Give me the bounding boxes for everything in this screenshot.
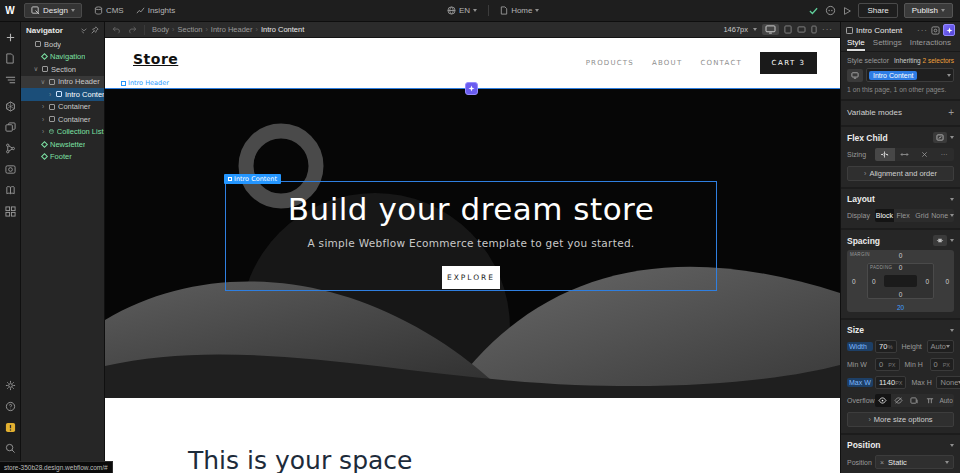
- inherit-count-link[interactable]: 2 selectors: [923, 57, 954, 64]
- sizing-grow-option[interactable]: [895, 148, 915, 161]
- ai-assistant-button[interactable]: [943, 24, 955, 36]
- nav-link-about[interactable]: ABOUT: [652, 59, 682, 67]
- audit-warning-icon[interactable]: [0, 417, 21, 438]
- tab-interactions[interactable]: Interactions: [910, 38, 951, 51]
- breadcrumb-intro-content[interactable]: Intro Content: [261, 25, 304, 34]
- breakpoint-landscape-icon[interactable]: [797, 26, 806, 33]
- redo-icon[interactable]: [127, 25, 137, 34]
- nav-link-contact[interactable]: CONTACT: [700, 59, 742, 67]
- sizing-custom-option[interactable]: ···: [934, 148, 954, 161]
- hero-section[interactable]: Intro Content Build your dream store A s…: [105, 88, 840, 398]
- share-button[interactable]: Share: [858, 3, 897, 18]
- padding-right-value[interactable]: 0: [925, 278, 929, 285]
- collapse-all-icon[interactable]: [80, 26, 88, 34]
- padding-top-value[interactable]: 0: [899, 264, 903, 271]
- max-height-input[interactable]: None: [936, 376, 960, 389]
- tree-item-body[interactable]: Body: [21, 38, 104, 51]
- tree-item-intro-header[interactable]: ∨Intro Header: [21, 76, 104, 89]
- hero-heading[interactable]: Build your dream store: [226, 191, 716, 227]
- spacing-handle[interactable]: [465, 82, 478, 95]
- settings-icon[interactable]: [0, 375, 21, 396]
- design-mode-button[interactable]: Design: [24, 3, 82, 18]
- breakpoint-desktop-icon[interactable]: [762, 24, 779, 35]
- style-selector-field[interactable]: Intro Content: [866, 68, 954, 82]
- page-selector[interactable]: Home: [500, 6, 539, 15]
- insights-button[interactable]: Insights: [136, 6, 176, 15]
- tree-item-intro-content[interactable]: ›Intro Content: [21, 88, 104, 101]
- sizing-shrink-option[interactable]: [875, 148, 895, 161]
- selector-breakpoint-button[interactable]: [847, 69, 863, 82]
- margin-bottom-value[interactable]: 20: [897, 304, 904, 311]
- max-width-input[interactable]: 1140PX: [875, 376, 906, 389]
- comments-icon[interactable]: [825, 5, 836, 16]
- explore-button[interactable]: EXPLORE: [442, 266, 500, 289]
- overflow-visible-icon[interactable]: [875, 394, 891, 407]
- overflow-clip-icon[interactable]: [922, 394, 938, 407]
- padding-left-value[interactable]: 0: [872, 278, 876, 285]
- zoom-icon[interactable]: [0, 438, 21, 459]
- help-icon[interactable]: [0, 396, 21, 417]
- selected-element-chip[interactable]: Intro Content: [224, 174, 281, 184]
- add-variable-mode-icon[interactable]: +: [948, 107, 954, 118]
- margin-right-value[interactable]: 0: [945, 278, 949, 285]
- display-block-option[interactable]: Block: [875, 209, 894, 222]
- position-select[interactable]: × Static: [875, 455, 954, 469]
- more-size-options-button[interactable]: ›More size options: [847, 412, 954, 427]
- site-header[interactable]: Store PRODUCTS ABOUT CONTACT CART 3: [105, 38, 840, 88]
- cms-button[interactable]: CMS: [94, 6, 124, 15]
- tree-item-newsletter[interactable]: Newsletter: [21, 138, 104, 151]
- apps-icon[interactable]: [0, 201, 21, 222]
- preview-icon[interactable]: [842, 6, 852, 16]
- next-section[interactable]: This is your space: [105, 398, 840, 473]
- libraries-icon[interactable]: [0, 180, 21, 201]
- height-input[interactable]: Auto: [927, 340, 954, 353]
- nav-link-products[interactable]: PRODUCTS: [586, 59, 634, 67]
- cart-button[interactable]: CART 3: [760, 52, 817, 74]
- alignment-order-button[interactable]: ›Alignment and order: [847, 166, 954, 181]
- display-none-option[interactable]: None: [931, 209, 954, 222]
- flex-parent-indicator-icon[interactable]: [933, 132, 947, 143]
- width-input[interactable]: 70%: [875, 340, 897, 353]
- webflow-logo[interactable]: W: [0, 5, 20, 16]
- pages-icon[interactable]: [0, 48, 21, 69]
- overflow-hidden-icon[interactable]: [891, 394, 907, 407]
- add-elements-icon[interactable]: [0, 27, 21, 48]
- tree-item-section[interactable]: ∨Section: [21, 63, 104, 76]
- site-logo[interactable]: Store: [133, 51, 178, 67]
- tab-settings[interactable]: Settings: [873, 38, 902, 51]
- next-section-heading[interactable]: This is your space: [188, 446, 412, 473]
- navigator-panel-icon[interactable]: [0, 69, 21, 90]
- min-width-input[interactable]: 0PX: [875, 358, 900, 371]
- assets-icon[interactable]: [0, 117, 21, 138]
- language-selector[interactable]: EN: [447, 6, 477, 15]
- pin-icon[interactable]: [91, 26, 99, 34]
- tree-item-navigation[interactable]: Navigation: [21, 51, 104, 64]
- overflow-auto-option[interactable]: Auto: [938, 394, 954, 407]
- display-flex-option[interactable]: Flex: [894, 209, 913, 222]
- tree-item-container[interactable]: ›Container: [21, 113, 104, 126]
- section-label[interactable]: Intro Header: [121, 79, 169, 87]
- spacing-settings-icon[interactable]: [933, 235, 947, 246]
- variables-icon[interactable]: [0, 138, 21, 159]
- margin-top-value[interactable]: 0: [899, 252, 903, 259]
- display-grid-option[interactable]: Grid: [913, 209, 932, 222]
- undo-icon[interactable]: [112, 25, 122, 34]
- tab-style[interactable]: Style: [847, 38, 865, 51]
- create-component-icon[interactable]: [931, 26, 940, 35]
- overflow-scroll-icon[interactable]: [907, 394, 923, 407]
- margin-left-value[interactable]: 0: [852, 278, 856, 285]
- hero-subtitle[interactable]: A simple Webflow Ecommerce template to g…: [226, 237, 716, 249]
- tree-item-container[interactable]: ›Container: [21, 101, 104, 114]
- components-icon[interactable]: [0, 96, 21, 117]
- class-chip[interactable]: Intro Content: [869, 71, 917, 80]
- breakpoint-mobile-icon[interactable]: [811, 25, 817, 34]
- sizing-none-option[interactable]: [915, 148, 935, 161]
- min-height-input[interactable]: 0PX: [930, 358, 955, 371]
- selected-element-outline[interactable]: Build your dream store A simple Webflow …: [225, 181, 717, 291]
- more-options-icon[interactable]: ···: [917, 26, 928, 35]
- breadcrumb-section[interactable]: Section: [177, 25, 202, 34]
- canvas-width-value[interactable]: 1467px: [723, 25, 748, 34]
- padding-bottom-value[interactable]: 0: [899, 291, 903, 298]
- width-label[interactable]: Width: [847, 342, 873, 351]
- breadcrumb-body[interactable]: Body: [152, 25, 169, 34]
